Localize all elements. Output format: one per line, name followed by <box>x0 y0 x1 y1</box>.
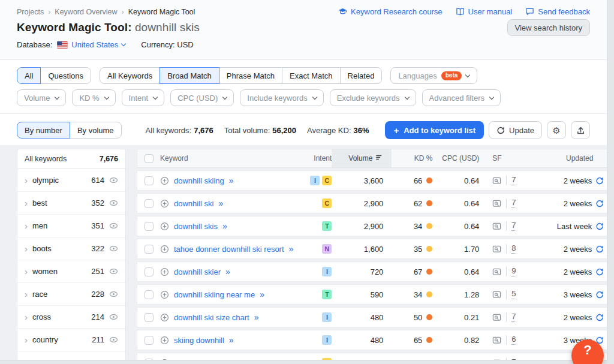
tab-exact-match[interactable]: Exact Match <box>282 67 341 84</box>
keyword-checkbox[interactable] <box>145 199 154 208</box>
add-keyword-icon[interactable] <box>160 290 169 299</box>
breadcrumb-item-projects[interactable]: Projects <box>17 8 44 16</box>
serp-features-icon[interactable] <box>492 222 501 231</box>
keyword-link[interactable]: skis downhill <box>174 359 218 361</box>
expand-keyword-icon[interactable]: » <box>225 267 230 276</box>
add-keyword-icon[interactable] <box>160 336 169 345</box>
toggle-by-number[interactable]: By number <box>17 122 70 139</box>
export-button[interactable] <box>571 121 590 139</box>
user-manual-link[interactable]: User manual <box>456 7 513 16</box>
sidebar-group-best[interactable]: ›best352 <box>17 192 125 215</box>
filter-cpc-usd--dropdown[interactable]: CPC (USD) <box>170 89 234 106</box>
tab-questions[interactable]: Questions <box>40 67 91 84</box>
add-keyword-icon[interactable] <box>160 199 169 208</box>
keyword-link[interactable]: downhill skiing near me <box>174 290 255 299</box>
sidebar-group-cross[interactable]: ›cross214 <box>17 306 125 329</box>
sf-count-link[interactable]: 7 <box>511 221 516 231</box>
keyword-checkbox[interactable] <box>145 245 154 254</box>
add-to-keyword-list-button[interactable]: + Add to keyword list <box>385 121 484 139</box>
sidebar-group-country[interactable]: ›country211 <box>17 329 125 351</box>
column-header-sf[interactable]: SF <box>483 149 534 167</box>
expand-keyword-icon[interactable]: » <box>289 244 294 254</box>
serp-features-icon[interactable] <box>492 359 501 361</box>
keyword-link[interactable]: tahoe donner downhill ski resort <box>174 245 284 254</box>
sidebar-group-olympic[interactable]: ›olympic614 <box>17 169 125 192</box>
column-header-updated[interactable]: Updated <box>534 149 607 167</box>
eye-icon[interactable] <box>109 267 118 276</box>
keyword-checkbox[interactable] <box>145 290 154 299</box>
add-keyword-icon[interactable] <box>160 313 169 322</box>
send-feedback-link[interactable]: Send feedback <box>525 7 590 16</box>
sidebar-group-women[interactable]: ›women251 <box>17 260 125 283</box>
column-header-cpc[interactable]: CPC (USD) <box>435 149 483 167</box>
tab-all[interactable]: All <box>17 67 41 84</box>
keyword-link[interactable]: downhill skis <box>174 222 218 231</box>
eye-icon[interactable] <box>109 335 118 344</box>
sf-count-link[interactable]: 9 <box>511 267 516 276</box>
sf-count-link[interactable]: 6 <box>511 335 516 345</box>
keyword-checkbox[interactable] <box>145 222 154 231</box>
add-keyword-icon[interactable] <box>160 245 169 254</box>
refresh-keyword-icon[interactable] <box>595 313 604 321</box>
keyword-checkbox[interactable] <box>145 359 154 361</box>
column-header-volume[interactable]: Volume <box>332 149 392 167</box>
keyword-link[interactable]: downhill skiing <box>174 176 224 185</box>
column-header-intent[interactable]: Intent <box>293 149 332 167</box>
refresh-keyword-icon[interactable] <box>595 222 604 230</box>
expand-keyword-icon[interactable]: » <box>229 335 234 345</box>
column-header-keyword[interactable]: Keyword <box>160 149 293 167</box>
sidebar-group-boots[interactable]: ›boots322 <box>17 237 125 260</box>
serp-features-icon[interactable] <box>492 313 501 322</box>
refresh-keyword-icon[interactable] <box>595 245 604 253</box>
select-all-checkbox[interactable] <box>145 154 154 163</box>
column-header-kd[interactable]: KD % <box>392 149 435 167</box>
add-keyword-icon[interactable] <box>160 359 169 361</box>
eye-icon[interactable] <box>109 244 118 253</box>
expand-keyword-icon[interactable]: » <box>260 290 264 299</box>
serp-features-icon[interactable] <box>492 336 501 345</box>
sf-count-link[interactable]: 7 <box>511 312 516 322</box>
sidebar-group-alpine[interactable]: ›alpine197 <box>17 351 125 360</box>
tab-all-keywords[interactable]: All Keywords <box>100 67 160 84</box>
add-keyword-icon[interactable] <box>160 267 169 276</box>
keyword-research-course-link[interactable]: Keyword Research course <box>338 7 442 16</box>
keyword-checkbox[interactable] <box>145 176 154 185</box>
eye-icon[interactable] <box>109 221 118 230</box>
tab-phrase-match[interactable]: Phrase Match <box>219 67 282 84</box>
sf-count-link[interactable]: 7 <box>511 176 516 185</box>
serp-features-icon[interactable] <box>492 176 501 185</box>
database-select[interactable]: United States <box>57 40 125 49</box>
refresh-keyword-icon[interactable] <box>595 199 604 207</box>
filter-intent-dropdown[interactable]: Intent <box>122 89 165 106</box>
keyword-checkbox[interactable] <box>145 313 154 322</box>
breadcrumb-item-keyword-overview[interactable]: Keyword Overview <box>55 8 117 16</box>
filter-kd--dropdown[interactable]: KD % <box>72 89 115 106</box>
filter-volume-dropdown[interactable]: Volume <box>17 89 66 106</box>
eye-icon[interactable] <box>109 176 118 185</box>
expand-keyword-icon[interactable]: » <box>229 176 234 185</box>
eye-icon[interactable] <box>109 198 118 207</box>
expand-keyword-icon[interactable]: » <box>222 221 227 231</box>
filter-include-keywords-dropdown[interactable]: Include keywords <box>240 89 323 106</box>
sf-count-link[interactable]: 7 <box>511 198 516 208</box>
keyword-link[interactable]: skiing downhill <box>174 336 224 345</box>
filter-advanced-filters-dropdown[interactable]: Advanced filters <box>422 89 501 106</box>
filter-exclude-keywords-dropdown[interactable]: Exclude keywords <box>330 89 416 106</box>
sf-count-link[interactable]: 5 <box>511 290 516 299</box>
keyword-link[interactable]: downhill ski size chart <box>174 313 249 322</box>
keyword-checkbox[interactable] <box>145 336 154 345</box>
serp-features-icon[interactable] <box>492 245 501 254</box>
expand-keyword-icon[interactable]: » <box>222 358 227 360</box>
keyword-link[interactable]: downhill ski <box>174 199 213 208</box>
eye-icon[interactable] <box>109 312 118 321</box>
sf-count-link[interactable]: 7 <box>511 358 516 360</box>
eye-icon[interactable] <box>109 358 118 360</box>
toggle-by-volume[interactable]: By volume <box>70 122 122 139</box>
keyword-checkbox[interactable] <box>145 267 154 276</box>
view-search-history-button[interactable]: View search history <box>507 19 590 36</box>
sidebar-group-race[interactable]: ›race228 <box>17 283 125 306</box>
refresh-keyword-icon[interactable] <box>595 290 604 299</box>
languages-dropdown[interactable]: Languages beta <box>390 67 477 84</box>
expand-keyword-icon[interactable]: » <box>218 198 223 208</box>
refresh-keyword-icon[interactable] <box>595 176 604 185</box>
